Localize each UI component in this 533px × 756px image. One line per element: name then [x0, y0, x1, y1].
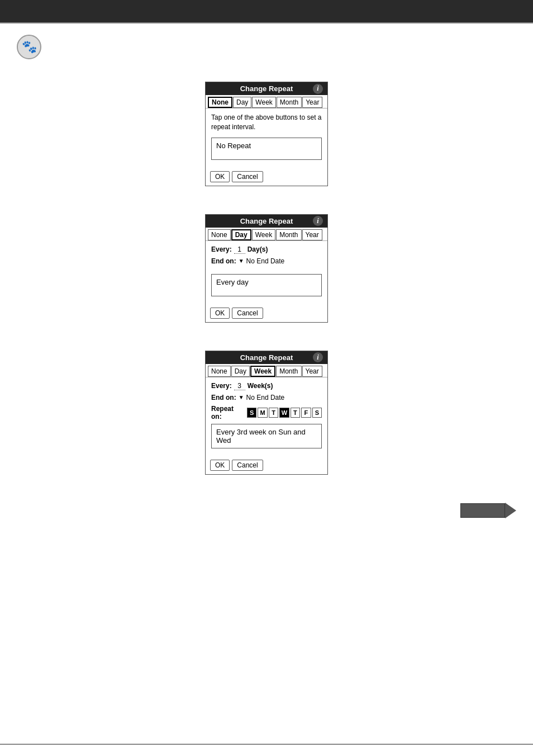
arrow-rect — [460, 503, 505, 518]
dialog2-tab-day[interactable]: Day — [231, 229, 251, 240]
dialog3-every-row: Every: 3 Week(s) — [211, 382, 322, 390]
dialog3-endon-row: End on: ▼ No End Date — [211, 394, 322, 401]
dialog2-ok-button[interactable]: OK — [210, 308, 230, 319]
dialog1-tab-day[interactable]: Day — [233, 97, 251, 108]
dialog2-every-label: Every: — [211, 245, 232, 253]
dialog3-footer: OK Cancel — [206, 457, 327, 474]
dialog1: Change Repeat i None Day Week Month Year… — [205, 82, 328, 186]
dialog2-every-value[interactable]: 1 — [234, 245, 245, 254]
top-bar — [0, 0, 533, 22]
app-logo: 🐾 — [17, 35, 41, 59]
dialog2-footer: OK Cancel — [206, 305, 327, 322]
dialog3-tab-none[interactable]: None — [208, 366, 231, 377]
dialog1-tab-month[interactable]: Month — [277, 97, 302, 108]
dialog2-tab-row: None Day Week Month Year — [206, 228, 327, 241]
dialog2-cancel-button[interactable]: Cancel — [232, 308, 263, 319]
dialog2-tab-year[interactable]: Year — [302, 229, 322, 240]
dialog3-cancel-button[interactable]: Cancel — [232, 460, 263, 471]
dialog3-summary-text: Every 3rd week on Sun and Wed — [216, 428, 306, 445]
dialog3-info-icon[interactable]: i — [313, 352, 323, 362]
dialog1-tab-none[interactable]: None — [208, 97, 232, 108]
dialog3-section: Change Repeat i None Day Week Month Year… — [17, 351, 516, 475]
dialog2-title: Change Repeat — [240, 217, 293, 225]
dialog2-body: Every: 1 Day(s) End on: ▼ No End Date Ev… — [206, 241, 327, 305]
page-wrapper: 🐾 Change Repeat i None Day Week Month Ye… — [0, 0, 533, 756]
dropdown-arrow-icon: ▼ — [239, 258, 244, 264]
dialog3-every-value[interactable]: 3 — [234, 382, 245, 390]
dialog1-section: Change Repeat i None Day Week Month Year… — [17, 82, 516, 186]
day-saturday-button[interactable]: S — [312, 408, 322, 418]
dialog2-section: Change Repeat i None Day Week Month Year… — [17, 214, 516, 323]
day-wednesday-button[interactable]: W — [279, 408, 289, 418]
dialog3-tab-year[interactable]: Year — [302, 366, 322, 377]
dialog2-endon-value[interactable]: No End Date — [246, 257, 285, 265]
dialog2-endon-label: End on: — [211, 257, 236, 265]
dialog1-footer: OK Cancel — [206, 169, 327, 186]
bottom-divider — [0, 744, 533, 745]
dialog3-tab-month[interactable]: Month — [276, 366, 301, 377]
dialog1-tab-year[interactable]: Year — [302, 97, 322, 108]
dialog3-ok-button[interactable]: OK — [210, 460, 230, 471]
dialog3-title: Change Repeat — [240, 353, 293, 362]
dialog3-titlebar: Change Repeat i — [206, 351, 327, 364]
dialog2-titlebar: Change Repeat i — [206, 215, 327, 228]
dialog2-summary: Every day — [211, 274, 322, 296]
day-sunday-button[interactable]: S — [247, 408, 256, 418]
dialog2: Change Repeat i None Day Week Month Year… — [205, 214, 328, 323]
dialog3-tab-day[interactable]: Day — [231, 366, 250, 377]
dialog2-tab-week[interactable]: Week — [252, 229, 275, 240]
dialog2-info-icon[interactable]: i — [313, 216, 323, 226]
dialog3-body: Every: 3 Week(s) End on: ▼ No End Date R… — [206, 377, 327, 457]
dialog1-description: Tap one of the above buttons to set a re… — [211, 113, 322, 132]
day-thursday-button[interactable]: T — [291, 408, 300, 418]
dialog2-endon-row: End on: ▼ No End Date — [211, 257, 322, 265]
nav-arrow-container — [17, 503, 516, 518]
dialog1-tab-week[interactable]: Week — [252, 97, 275, 108]
dialog1-title: Change Repeat — [240, 84, 293, 93]
dialog1-info-icon[interactable]: i — [313, 84, 323, 94]
dialog1-tab-row: None Day Week Month Year — [206, 95, 327, 108]
day-friday-button[interactable]: F — [301, 408, 311, 418]
day-tuesday-button[interactable]: T — [269, 408, 278, 418]
dialog1-body: Tap one of the above buttons to set a re… — [206, 108, 327, 169]
dialog3-every-unit: Week(s) — [248, 382, 273, 390]
dialog1-cancel-button[interactable]: Cancel — [232, 171, 263, 182]
dialog3-day-selector: Repeat on: S M T W T F S — [211, 405, 322, 420]
logo-area: 🐾 — [17, 35, 516, 59]
arrow-point-icon — [505, 503, 516, 518]
dialog2-tab-none[interactable]: None — [208, 229, 231, 240]
dialog3-summary: Every 3rd week on Sun and Wed — [211, 424, 322, 448]
dialog3-dropdown-arrow-icon: ▼ — [239, 394, 244, 400]
logo-icon: 🐾 — [22, 40, 37, 54]
nav-next-arrow[interactable] — [460, 503, 516, 518]
dialog2-tab-month[interactable]: Month — [276, 229, 301, 240]
dialog1-titlebar: Change Repeat i — [206, 82, 327, 95]
dialog3-tab-week[interactable]: Week — [250, 366, 275, 377]
dialog1-summary: No Repeat — [211, 138, 322, 160]
dialog3-repeat-on-label: Repeat on: — [211, 405, 245, 420]
dialog3: Change Repeat i None Day Week Month Year… — [205, 351, 328, 475]
dialog2-every-unit: Day(s) — [248, 245, 268, 253]
page-content: 🐾 Change Repeat i None Day Week Month Ye… — [0, 23, 533, 530]
dialog3-endon-label: End on: — [211, 394, 236, 401]
dialog3-every-label: Every: — [211, 382, 232, 390]
dialog2-every-row: Every: 1 Day(s) — [211, 245, 322, 254]
dialog3-endon-value[interactable]: No End Date — [246, 394, 285, 401]
dialog1-ok-button[interactable]: OK — [210, 171, 230, 182]
dialog3-tab-row: None Day Week Month Year — [206, 364, 327, 377]
day-monday-button[interactable]: M — [258, 408, 267, 418]
